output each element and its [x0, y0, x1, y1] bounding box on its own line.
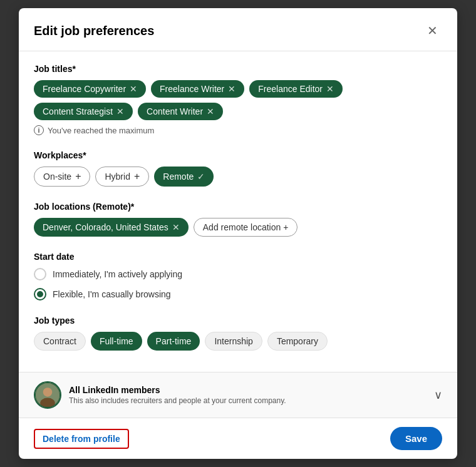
save-button[interactable]: Save — [390, 427, 442, 450]
location-tag-denver[interactable]: Denver, Colorado, United States ✕ — [34, 218, 189, 237]
add-icon[interactable]: + — [134, 171, 140, 182]
modal-overlay: Edit job preferences ✕ Job titles* Freel… — [0, 0, 476, 467]
add-icon[interactable]: + — [75, 171, 81, 182]
workplaces-label: Workplaces* — [34, 150, 442, 160]
notice-title: All LinkedIn members — [69, 385, 286, 395]
max-notice: i You've reached the maximum — [34, 125, 442, 135]
tag-text: Remote — [163, 172, 194, 182]
start-date-section: Start date Immediately, I'm actively app… — [34, 252, 442, 300]
job-type-fulltime[interactable]: Full-time — [91, 332, 142, 351]
close-icon: ✕ — [427, 23, 438, 38]
radio-unselected — [34, 268, 46, 280]
footer-actions: Delete from profile Save — [19, 418, 457, 459]
tag-text: Full-time — [100, 336, 133, 346]
tag-text: Hybrid — [105, 172, 130, 182]
tag-text: Internship — [214, 336, 252, 346]
start-date-label: Start date — [34, 252, 442, 262]
check-icon: ✓ — [197, 172, 205, 182]
job-type-temporary[interactable]: Temporary — [267, 332, 328, 351]
job-type-parttime[interactable]: Part-time — [147, 332, 200, 351]
modal-title: Edit job preferences — [34, 24, 154, 38]
tag-text: Temporary — [277, 336, 318, 346]
tag-text: Contract — [43, 336, 76, 346]
radio-selected — [34, 288, 46, 300]
tag-text: Part-time — [156, 336, 192, 346]
radio-label: Immediately, I'm actively applying — [53, 269, 182, 279]
chevron-down-icon[interactable]: ∨ — [434, 388, 442, 402]
job-title-tag-freelance-editor[interactable]: Freelance Editor ✕ — [249, 80, 343, 98]
modal-footer: All LinkedIn members This also includes … — [19, 372, 457, 459]
notice-subtitle: This also includes recruiters and people… — [69, 396, 286, 405]
tag-text: Freelance Writer — [160, 84, 224, 94]
remove-tag-icon[interactable]: ✕ — [326, 84, 334, 94]
svg-point-1 — [43, 387, 53, 397]
job-title-tag-freelance-writer[interactable]: Freelance Writer ✕ — [151, 80, 244, 98]
modal-header: Edit job preferences ✕ — [19, 8, 457, 51]
workplaces-section: Workplaces* On-site + Hybrid + Remote ✓ — [34, 150, 442, 187]
job-types-tags: Contract Full-time Part-time Internship … — [34, 332, 442, 351]
tag-text: Add remote location + — [203, 222, 289, 232]
tag-text: Denver, Colorado, United States — [43, 222, 168, 232]
start-date-options: Immediately, I'm actively applying Flexi… — [34, 268, 442, 300]
avatar — [34, 381, 61, 409]
job-locations-label: Job locations (Remote)* — [34, 202, 442, 212]
edit-job-preferences-modal: Edit job preferences ✕ Job titles* Freel… — [19, 8, 457, 459]
delete-from-profile-button[interactable]: Delete from profile — [34, 429, 129, 449]
remove-tag-icon[interactable]: ✕ — [116, 106, 124, 116]
workplace-hybrid[interactable]: Hybrid + — [95, 167, 149, 187]
job-type-contract[interactable]: Contract — [34, 332, 86, 351]
job-titles-tags: Freelance Copywriter ✕ Freelance Writer … — [34, 80, 442, 120]
radio-label: Flexible, I'm casually browsing — [53, 289, 171, 299]
job-titles-label: Job titles* — [34, 64, 442, 74]
modal-body: Job titles* Freelance Copywriter ✕ Freel… — [19, 51, 457, 372]
info-icon: i — [34, 125, 44, 135]
notice-text: All LinkedIn members This also includes … — [69, 385, 286, 405]
job-title-tag-content-writer[interactable]: Content Writer ✕ — [138, 103, 223, 120]
avatar-image — [35, 382, 60, 408]
linkedin-notice: All LinkedIn members This also includes … — [19, 372, 457, 418]
remove-tag-icon[interactable]: ✕ — [130, 84, 137, 94]
workplace-remote[interactable]: Remote ✓ — [154, 167, 214, 187]
start-date-flexible[interactable]: Flexible, I'm casually browsing — [34, 288, 442, 300]
start-date-immediately[interactable]: Immediately, I'm actively applying — [34, 268, 442, 280]
remove-tag-icon[interactable]: ✕ — [228, 84, 235, 94]
tag-text: Freelance Copywriter — [43, 84, 126, 94]
remove-tag-icon[interactable]: ✕ — [207, 106, 214, 116]
job-types-label: Job types — [34, 316, 442, 326]
add-remote-location-button[interactable]: Add remote location + — [194, 218, 298, 237]
tag-text: Freelance Editor — [258, 84, 323, 94]
tag-text: Content Writer — [147, 106, 203, 116]
job-locations-section: Job locations (Remote)* Denver, Colorado… — [34, 202, 442, 237]
workplace-onsite[interactable]: On-site + — [34, 167, 90, 187]
max-notice-text: You've reached the maximum — [48, 126, 154, 135]
job-types-section: Job types Contract Full-time Part-time I… — [34, 316, 442, 351]
tag-text: Content Strategist — [43, 106, 113, 116]
workplaces-tags: On-site + Hybrid + Remote ✓ — [34, 167, 442, 187]
notice-left: All LinkedIn members This also includes … — [34, 381, 286, 409]
close-button[interactable]: ✕ — [422, 21, 442, 41]
job-title-tag-content-strategist[interactable]: Content Strategist ✕ — [34, 103, 133, 120]
job-titles-section: Job titles* Freelance Copywriter ✕ Freel… — [34, 64, 442, 135]
remove-location-icon[interactable]: ✕ — [172, 222, 180, 232]
tag-text: On-site — [43, 172, 71, 182]
job-title-tag-freelance-copywriter[interactable]: Freelance Copywriter ✕ — [34, 80, 146, 98]
location-tags: Denver, Colorado, United States ✕ Add re… — [34, 218, 442, 237]
job-type-internship[interactable]: Internship — [205, 332, 262, 351]
